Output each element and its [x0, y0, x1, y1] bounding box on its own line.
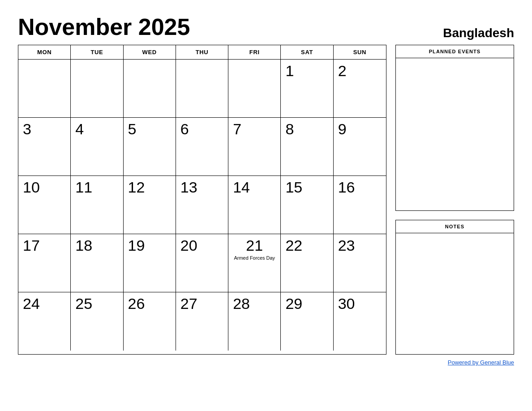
day-cell [176, 60, 228, 118]
day-number: 22 [285, 238, 328, 253]
day-cell: 9 [334, 118, 386, 176]
planned-events-title: PLANNED EVENTS [396, 45, 514, 58]
day-cell [71, 60, 123, 118]
holiday-label: Armed Forces Day [234, 255, 275, 261]
day-number: 14 [233, 180, 276, 195]
day-cell: 29 [281, 292, 333, 351]
day-cell: 27 [176, 292, 228, 351]
day-number: 20 [180, 238, 223, 253]
day-cell: 26 [124, 292, 176, 351]
day-cell: 14 [228, 176, 281, 234]
powered-by-link[interactable]: Powered by General Blue [448, 359, 514, 366]
day-header-sat: SAT [281, 45, 333, 59]
day-number: 2 [338, 63, 382, 78]
day-cell: 6 [176, 118, 228, 176]
day-cell: 19 [124, 234, 176, 292]
day-cell: 11 [71, 176, 123, 234]
sidebar: PLANNED EVENTS NOTES [395, 45, 514, 355]
day-cell: 4 [71, 118, 123, 176]
day-header-sun: SUN [334, 45, 386, 59]
day-number: 3 [23, 121, 66, 137]
day-header-thu: THU [176, 45, 228, 59]
notes-content [396, 233, 514, 354]
day-number: 28 [233, 296, 276, 311]
day-number: 9 [338, 121, 382, 137]
day-number: 5 [128, 121, 171, 137]
country-title: Bangladesh [443, 26, 514, 40]
day-number: 26 [128, 296, 171, 311]
main-content: MONTUEWEDTHUFRISATSUN 123456789101112131… [18, 45, 514, 355]
powered-by-section: Powered by General Blue [18, 359, 514, 366]
day-cell [18, 60, 71, 118]
day-cell: 8 [281, 118, 333, 176]
calendar: MONTUEWEDTHUFRISATSUN 123456789101112131… [18, 45, 386, 355]
day-header-mon: MON [18, 45, 71, 59]
day-cell: 28 [228, 292, 281, 351]
calendar-header: MONTUEWEDTHUFRISATSUN [18, 45, 386, 60]
day-number: 6 [180, 121, 223, 137]
day-number: 29 [285, 296, 328, 311]
day-number: 30 [338, 296, 382, 311]
day-cell: 21Armed Forces Day [228, 234, 281, 292]
day-number: 1 [285, 63, 328, 78]
day-cell: 12 [124, 176, 176, 234]
day-number: 10 [23, 180, 66, 195]
day-cell [228, 60, 281, 118]
day-cell: 15 [281, 176, 333, 234]
day-cell: 25 [71, 292, 123, 351]
day-number: 27 [180, 296, 223, 311]
day-header-wed: WED [124, 45, 176, 59]
day-cell: 17 [18, 234, 71, 292]
day-number: 7 [233, 121, 276, 137]
day-number: 23 [338, 238, 382, 253]
day-cell: 16 [334, 176, 386, 234]
month-title: November 2025 [18, 13, 190, 40]
day-cell: 10 [18, 176, 71, 234]
day-number: 13 [180, 180, 223, 195]
day-number: 11 [75, 180, 118, 195]
day-cell: 20 [176, 234, 228, 292]
day-number: 4 [75, 121, 118, 137]
day-number: 16 [338, 180, 382, 195]
day-number: 12 [128, 180, 171, 195]
day-number: 25 [75, 296, 118, 311]
notes-title: NOTES [396, 220, 514, 233]
day-cell: 7 [228, 118, 281, 176]
day-number: 24 [23, 296, 66, 311]
day-cell: 23 [334, 234, 386, 292]
day-number: 17 [23, 238, 66, 253]
day-cell: 18 [71, 234, 123, 292]
day-cell: 1 [281, 60, 333, 118]
planned-events-box: PLANNED EVENTS [395, 45, 514, 211]
day-number: 21 [246, 238, 263, 253]
day-number: 18 [75, 238, 118, 253]
day-cell: 24 [18, 292, 71, 351]
day-cell: 5 [124, 118, 176, 176]
day-cell: 30 [334, 292, 386, 351]
day-header-tue: TUE [71, 45, 123, 59]
calendar-grid: 123456789101112131415161718192021Armed F… [18, 60, 386, 351]
day-cell [124, 60, 176, 118]
planned-events-content [396, 58, 514, 210]
day-cell: 22 [281, 234, 333, 292]
day-number: 15 [285, 180, 328, 195]
day-cell: 13 [176, 176, 228, 234]
notes-box: NOTES [395, 220, 514, 355]
day-header-fri: FRI [228, 45, 281, 59]
day-number: 8 [285, 121, 328, 137]
day-cell: 2 [334, 60, 386, 118]
day-number: 19 [128, 238, 171, 253]
day-cell: 3 [18, 118, 71, 176]
